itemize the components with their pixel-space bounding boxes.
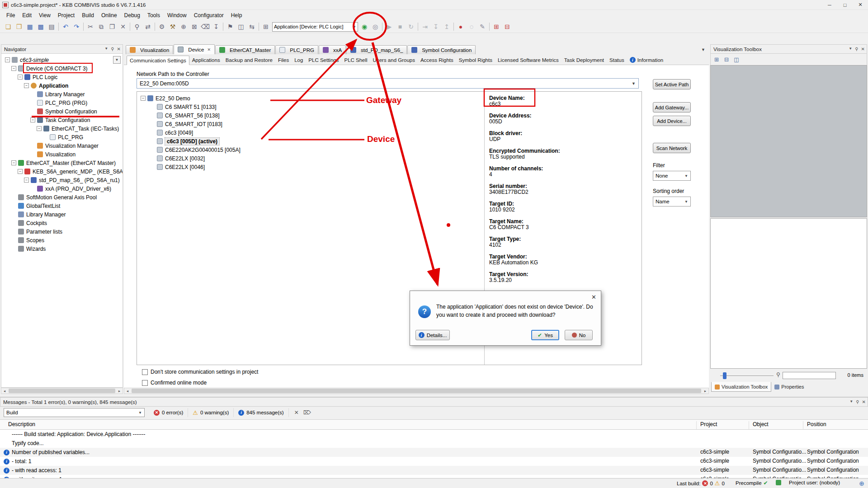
subtab-files[interactable]: Files — [275, 55, 292, 65]
tab-properties[interactable]: Properties — [771, 382, 807, 392]
pin-icon[interactable]: ⚲ — [111, 47, 114, 52]
toolbox-search-input[interactable] — [783, 372, 836, 379]
breakpoint-icon[interactable]: ● — [455, 21, 466, 32]
confirmed-online-checkbox[interactable] — [142, 380, 148, 386]
tab-plc-prg[interactable]: PLC_PRG — [275, 45, 318, 54]
subtab-information[interactable]: iInformation — [627, 55, 666, 65]
zoom-slider-track[interactable] — [720, 375, 774, 376]
subtab-plc-shell[interactable]: PLC Shell — [341, 55, 370, 65]
download-icon[interactable]: ↧ — [211, 21, 222, 32]
print-icon[interactable]: ▤ — [46, 21, 57, 32]
login-icon[interactable]: ◉ — [359, 21, 370, 32]
nav-item-plc-prg-prg[interactable]: PLC_PRG (PRG) — [1, 99, 123, 107]
tab-symbol-configuration[interactable]: Symbol Configuration — [407, 45, 476, 54]
nav-item-ethercat-master-ethercat-master[interactable]: −EtherCAT_Master (EtherCAT Master) — [1, 159, 123, 167]
chevron-down-icon[interactable]: ▼ — [849, 47, 852, 52]
nav-item-symbol-configuration[interactable]: Symbol Configuration — [1, 107, 123, 116]
column-object[interactable]: Object — [753, 421, 769, 427]
close-icon[interactable]: ✕ — [862, 399, 866, 404]
flow-control-icon[interactable]: ◌ — [466, 21, 477, 32]
device-row-c6c3-005d-active[interactable]: c6c3 [005D] (active) — [137, 137, 484, 145]
active-application-combobox[interactable]: Application [Device: PLC Logic]▼ — [272, 22, 358, 32]
nav-item-std-pd-map-s6-pd-s6a-ru1[interactable]: −std_PD_map_S6_ (PD_S6A_ru1) — [1, 176, 123, 184]
menu-build[interactable]: Build — [78, 11, 98, 20]
device-row-c6e220ak2g00400015-005a[interactable]: C6E220AK2G00400015 [005A] — [137, 145, 484, 154]
menu-debug[interactable]: Debug — [121, 11, 144, 20]
warnings-filter-button[interactable]: ⚠ 0 warning(s) — [188, 408, 234, 417]
redo-icon[interactable]: ↷ — [71, 21, 82, 32]
errors-filter-button[interactable]: ✕ 0 error(s) — [149, 408, 188, 417]
tab-std-pd-map-s6[interactable]: std_PD_map_S6_ — [346, 45, 407, 54]
nav-item-device-c6-compact-3[interactable]: −Device (C6 COMPACT 3) — [1, 64, 123, 73]
navigator-horizontal-scrollbar[interactable]: ◂ ▸ — [1, 388, 123, 394]
tab-visualization-toolbox[interactable]: Visualization Toolbox — [711, 382, 771, 392]
minimize-button[interactable]: ─ — [822, 0, 837, 9]
project-select-dropdown[interactable]: ▼ — [113, 56, 121, 64]
sorting-order-select[interactable]: Name ▼ — [653, 197, 691, 206]
bookmark-icon[interactable]: ⚑ — [225, 21, 236, 32]
generate-code-icon[interactable]: ⊠ — [189, 21, 200, 32]
stop-icon[interactable]: ■ — [395, 21, 406, 32]
device-row-c6e22lx-0032[interactable]: C6E22LX [0032] — [137, 154, 484, 163]
tab-visualization[interactable]: Visualization — [126, 45, 173, 54]
nav-item-visualization[interactable]: Visualization — [1, 150, 123, 159]
nav-item-task-configuration[interactable]: −Task Configuration — [1, 116, 123, 124]
save-all-icon[interactable]: ▩ — [35, 21, 46, 32]
step-out-icon[interactable]: ↥ — [441, 21, 452, 32]
store-settings-checkbox[interactable] — [142, 369, 148, 375]
scroll-right-icon[interactable]: ▸ — [702, 389, 708, 393]
message-category-combobox[interactable]: Build ▼ — [4, 408, 145, 417]
nav-item-application[interactable]: −Application — [1, 81, 123, 90]
menu-configurator[interactable]: Configurator — [190, 11, 227, 20]
tree-expander-icon[interactable]: − — [141, 96, 146, 101]
nav-item-keb-s6a-generic-mdp-keb-s6a[interactable]: −KEB_S6A_generic_MDP_ (KEB_S6A_... — [1, 167, 123, 176]
message-row[interactable]: ------ Build started: Application: Devic… — [0, 430, 868, 439]
logout-icon[interactable]: ◎ — [370, 21, 381, 32]
grid-view-icon[interactable]: ⊞ — [712, 56, 721, 64]
tree-expander-icon[interactable]: − — [11, 160, 16, 165]
add-gateway-button[interactable]: Add Gateway... — [653, 102, 691, 113]
scrollbar-thumb[interactable] — [132, 389, 701, 393]
nav-item-visualization-manager[interactable]: Visualization Manager — [1, 141, 123, 150]
details-button[interactable]: i Details... — [415, 330, 450, 340]
scroll-left-icon[interactable]: ◂ — [124, 389, 131, 393]
device-row-c6-smart-56-0138[interactable]: C6_SMART_56 [0138] — [137, 111, 484, 120]
chevron-down-icon[interactable]: ▼ — [849, 399, 853, 404]
close-icon[interactable]: ✕ — [117, 47, 121, 52]
step-into-icon[interactable]: ↧ — [430, 21, 441, 32]
pin-icon[interactable]: ⚲ — [856, 399, 859, 404]
column-project[interactable]: Project — [700, 421, 717, 427]
nav-item-library-manager[interactable]: Library Manager — [1, 210, 123, 219]
scroll-left-icon[interactable]: ◂ — [1, 389, 8, 393]
no-button[interactable]: No — [565, 330, 593, 340]
set-active-path-button[interactable]: Set Active Path — [653, 79, 691, 89]
force-values-icon[interactable]: ✎ — [477, 21, 488, 32]
menu-window[interactable]: Window — [164, 11, 190, 20]
filter-select[interactable]: None ▼ — [653, 171, 691, 181]
tree-expander-icon[interactable]: − — [18, 75, 23, 80]
subtab-status[interactable]: Status — [607, 55, 627, 65]
nav-item-xxa-pro-adv-driver-x6[interactable]: xxA (PRO_ADV_Driver_x6) — [1, 184, 123, 193]
compile-icon[interactable]: ⊕ — [178, 21, 189, 32]
pin-icon[interactable]: ⚲ — [855, 47, 858, 52]
menu-help[interactable]: Help — [227, 11, 246, 20]
tree-expander-icon[interactable]: − — [18, 169, 23, 174]
tab-device[interactable]: Device✕ — [174, 44, 215, 54]
subtab-log[interactable]: Log — [292, 55, 306, 65]
messages-filter-button[interactable]: i 845 message(s) — [234, 408, 288, 417]
message-row[interactable]: Typify code... — [0, 439, 868, 448]
menu-view[interactable]: View — [35, 11, 54, 20]
tree-expander-icon[interactable]: − — [24, 178, 29, 183]
device-row-c6-smart-51-0133[interactable]: C6 SMART 51 [0133] — [137, 103, 484, 111]
tab-xxa[interactable]: xxA — [319, 45, 346, 54]
dialog-close-icon[interactable]: ✕ — [591, 294, 596, 300]
nav-item-c6c3-simple[interactable]: −c6c3-simple — [1, 56, 123, 64]
device-row-c6c3-0049[interactable]: c6c3 [0049] — [137, 128, 484, 137]
delete-icon[interactable]: ✕ — [118, 21, 128, 32]
maximize-button[interactable]: □ — [837, 0, 853, 9]
menu-edit[interactable]: Edit — [19, 11, 35, 20]
find-icon[interactable]: ⚲ — [132, 21, 142, 32]
editor-horizontal-scrollbar[interactable]: ◂ ▸ — [124, 388, 709, 394]
message-row[interactable]: i- with write access: 1c6c3-simpleSymbol… — [0, 475, 868, 478]
nav-item-wizards[interactable]: Wizards — [1, 244, 123, 253]
